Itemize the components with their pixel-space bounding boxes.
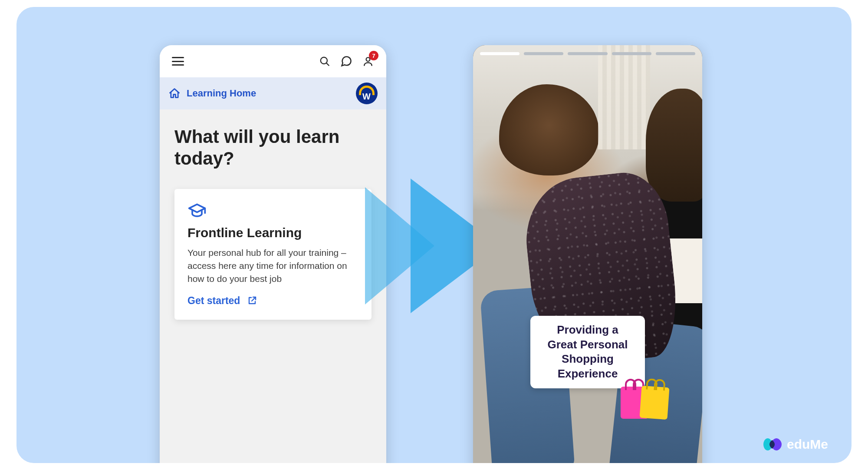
story-progress-segment[interactable] <box>524 52 563 55</box>
graduation-cap-icon <box>187 201 358 220</box>
story-progress-bar[interactable] <box>480 52 695 55</box>
external-link-icon <box>247 295 257 306</box>
card-title: Frontline Learning <box>187 225 358 240</box>
page-headline: What will you learn today? <box>174 126 372 169</box>
chat-button[interactable] <box>338 53 355 70</box>
app-content: What will you learn today? Frontline Lea… <box>160 109 386 463</box>
app-subheader: Learning Home W <box>160 77 386 109</box>
notification-badge: 7 <box>369 51 378 60</box>
story-progress-segment[interactable] <box>568 52 607 55</box>
profile-button[interactable]: 7 <box>359 53 377 70</box>
search-icon <box>319 56 330 67</box>
hamburger-icon <box>172 57 184 66</box>
story-progress-segment[interactable] <box>612 52 651 55</box>
subheader-title: Learning Home <box>187 88 256 99</box>
chat-icon <box>340 55 352 67</box>
workday-logo-initial: W <box>362 92 371 102</box>
get-started-link[interactable]: Get started <box>187 295 257 307</box>
phone-mock-story: Providing a Great Personal Shopping Expe… <box>473 45 702 463</box>
workday-logo[interactable]: W <box>356 83 378 104</box>
home-icon <box>168 87 181 99</box>
svg-line-1 <box>326 63 329 65</box>
edume-wordmark: eduMe <box>787 437 828 452</box>
search-button[interactable] <box>316 53 333 70</box>
menu-button[interactable] <box>169 53 187 70</box>
phone-mock-learning-app: 7 Learning Home W What will you learn to… <box>160 45 386 463</box>
story-caption: Providing a Great Personal Shopping Expe… <box>530 316 645 388</box>
edume-logo: eduMe <box>763 437 828 452</box>
card-description: Your personal hub for all your training … <box>187 246 358 285</box>
edume-mark-icon <box>763 437 782 451</box>
shopping-bags-icon <box>621 387 668 419</box>
cta-label: Get started <box>187 295 240 307</box>
story-progress-segment[interactable] <box>656 52 695 55</box>
learning-card[interactable]: Frontline Learning Your personal hub for… <box>174 189 372 319</box>
marketing-canvas: 7 Learning Home W What will you learn to… <box>16 7 852 463</box>
story-progress-segment[interactable] <box>480 52 519 55</box>
app-topbar: 7 <box>160 45 386 77</box>
